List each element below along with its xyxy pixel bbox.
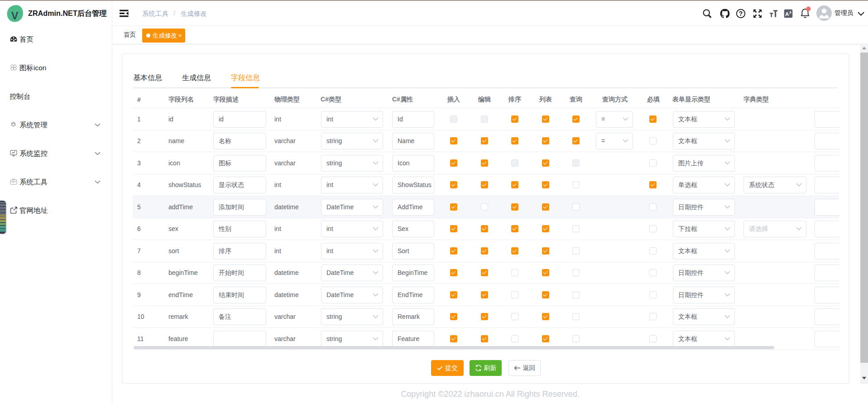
svg-text:?: ?	[739, 10, 743, 17]
svg-text:A: A	[785, 11, 789, 16]
svg-text:V: V	[11, 10, 19, 22]
